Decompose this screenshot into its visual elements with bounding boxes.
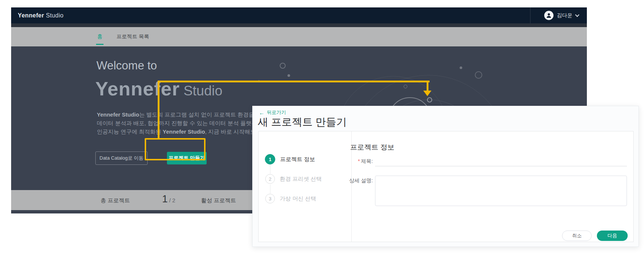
data-catalog-button[interactable]: Data Catalog로 이동 xyxy=(95,151,148,165)
decor-dot-icon xyxy=(460,66,462,69)
avatar[interactable] xyxy=(544,11,553,20)
decor-dot-icon xyxy=(288,74,290,77)
form-heading: 프로젝트 정보 xyxy=(350,143,394,152)
create-project-modal: ← 뒤로가기 새 프로젝트 만들기 1 프로젝트 정보 2 환경 프리셋 선택 … xyxy=(252,106,639,247)
user-icon xyxy=(546,12,552,19)
tab-project-list[interactable]: 프로젝트 목록 xyxy=(116,27,149,46)
annotation-arrow-shaft xyxy=(427,82,428,91)
step-1-indicator: 1 xyxy=(265,154,275,164)
brand-suffix-text: Studio xyxy=(184,83,223,98)
step-3-indicator: 3 xyxy=(265,194,275,203)
annotation-arrow-icon xyxy=(423,91,431,96)
annotation-connector-horizontal xyxy=(158,81,430,82)
title-input[interactable] xyxy=(375,157,627,166)
user-name: 김다운 xyxy=(557,12,572,19)
description-textarea[interactable] xyxy=(375,176,627,206)
step-3-vm-select[interactable]: 3 가상 머신 선택 xyxy=(265,194,316,203)
screenshot-stage: Yennefer Studio 김다운 홈 프로젝트 목록 xyxy=(0,0,644,258)
decor-circle-small-icon xyxy=(475,71,482,79)
tab-bar: 홈 프로젝트 목록 xyxy=(11,27,587,46)
required-mark: * xyxy=(358,158,360,164)
step-1-project-info[interactable]: 1 프로젝트 정보 xyxy=(265,154,315,164)
user-menu[interactable]: 김다운 xyxy=(530,7,579,23)
title-field-label: *제목: xyxy=(325,158,373,165)
annotation-connector-vertical xyxy=(158,82,160,138)
annotation-highlight-box xyxy=(145,138,206,160)
active-projects-label: 활성 프로젝트 xyxy=(201,197,236,204)
logo-brand-text: Yennefer xyxy=(18,12,44,19)
app-logo[interactable]: Yennefer Studio xyxy=(18,12,63,19)
header-shadow-strip xyxy=(11,23,587,27)
app-header: Yennefer Studio 김다운 xyxy=(11,7,587,23)
step-connector xyxy=(270,184,270,193)
robot-antenna-icon xyxy=(427,97,432,102)
decor-dot-outline-icon xyxy=(280,63,286,69)
logo-suffix-text: Studio xyxy=(46,12,64,19)
step-2-indicator: 2 xyxy=(265,174,275,184)
description-line: Yennefer Studio는 별도의 프로그램 설치 없이 프로젝트 환경을… xyxy=(97,110,278,119)
total-projects-label: 총 프로젝트 xyxy=(101,197,130,204)
description-line: 데이터 분석과 배포, 협업까지 진행할 수 있는 데이터 분석 플랫폼입니다. xyxy=(97,119,278,127)
cancel-button[interactable]: 취소 xyxy=(562,231,592,241)
hero-description: Yennefer Studio는 별도의 프로그램 설치 없이 프로젝트 환경을… xyxy=(97,110,278,136)
wizard-card: 1 프로젝트 정보 2 환경 프리셋 선택 3 가상 머신 선택 프로젝트 정보… xyxy=(258,131,634,242)
modal-title: 새 프로젝트 만들기 xyxy=(258,115,347,129)
total-projects-denominator: / 2 xyxy=(169,197,175,203)
tab-home[interactable]: 홈 xyxy=(97,27,102,46)
description-field-label: 상세 설명: xyxy=(325,177,373,184)
description-line: 인공지능 연구에 최적화된 Yennefer Studio, 지금 바로 시작해… xyxy=(97,127,278,136)
step-connector xyxy=(270,165,270,174)
chevron-down-icon[interactable] xyxy=(575,13,579,17)
decor-dot-outline-icon xyxy=(404,85,407,88)
welcome-heading: Welcome to xyxy=(96,59,157,72)
total-projects-value: 1/ 2 xyxy=(162,193,175,205)
step-2-env-preset[interactable]: 2 환경 프리셋 선택 xyxy=(265,174,322,184)
back-arrow-icon: ← xyxy=(259,110,264,116)
header-divider xyxy=(530,7,530,23)
next-button[interactable]: 다음 xyxy=(597,231,628,241)
